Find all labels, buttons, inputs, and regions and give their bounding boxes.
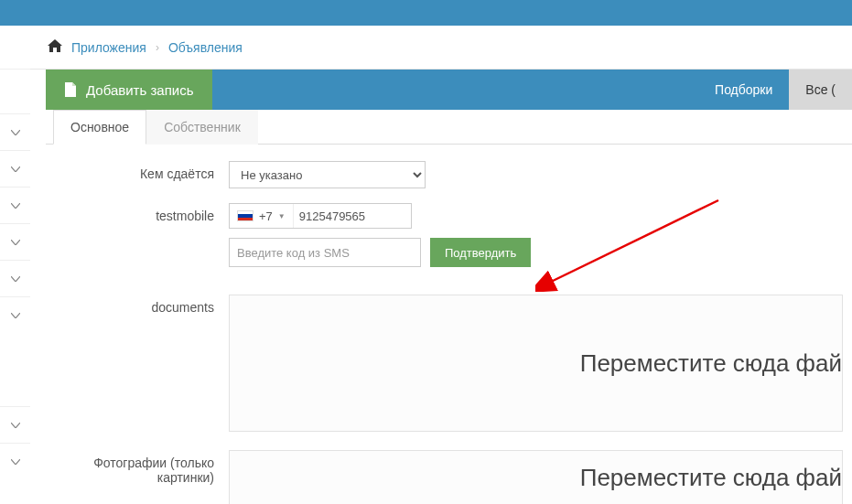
select-rented-by[interactable]: Не указано <box>229 161 426 188</box>
label-documents: documents <box>46 295 229 315</box>
header-all[interactable]: Все ( <box>789 70 852 110</box>
chevron-down-icon <box>11 166 20 172</box>
left-sidebar <box>0 26 30 504</box>
sidebar-collapse-8[interactable] <box>0 443 30 479</box>
chevron-down-icon <box>11 203 20 209</box>
top-bar <box>0 0 852 26</box>
breadcrumb: Приложения › Объявления <box>0 26 852 70</box>
photos-dropzone[interactable]: Переместите сюда фай <box>229 450 843 504</box>
home-icon[interactable] <box>48 39 62 56</box>
sidebar-collapse-3[interactable] <box>0 187 30 223</box>
sidebar-collapse-2[interactable] <box>0 150 30 187</box>
sidebar-collapse-7[interactable] <box>0 406 30 443</box>
phone-field: +7 ▼ <box>229 203 412 229</box>
documents-dropzone[interactable]: Переместите сюда фай <box>229 295 843 432</box>
caret-down-icon: ▼ <box>278 212 286 220</box>
confirm-button[interactable]: Подтвердить <box>430 238 531 267</box>
tab-main[interactable]: Основное <box>53 110 146 145</box>
chevron-down-icon <box>11 130 20 135</box>
chevron-down-icon <box>11 313 20 318</box>
header-selections[interactable]: Подборки <box>698 70 789 110</box>
label-testmobile: testmobile <box>46 203 229 223</box>
phone-input[interactable] <box>294 204 394 228</box>
tab-owner[interactable]: Собственник <box>146 110 258 145</box>
breadcrumb-ads[interactable]: Объявления <box>168 40 243 55</box>
breadcrumb-separator: › <box>156 41 159 54</box>
sms-code-input[interactable] <box>229 238 421 267</box>
chevron-down-icon <box>11 459 20 465</box>
file-icon <box>64 82 77 97</box>
tabs: Основное Собственник <box>46 110 852 145</box>
chevron-down-icon <box>11 423 20 428</box>
label-photos: Фотографии (только картинки) <box>46 450 229 485</box>
documents-dropzone-text: Переместите сюда фай <box>580 349 842 378</box>
flag-ru-icon <box>237 210 253 221</box>
photos-dropzone-text: Переместите сюда фай <box>580 464 842 492</box>
sidebar-collapse-6[interactable] <box>0 296 30 333</box>
label-rented-by: Кем сдаётся <box>46 161 229 181</box>
header-bar: Добавить запись Подборки Все ( <box>46 70 852 110</box>
add-record-label: Добавить запись <box>86 82 194 98</box>
chevron-down-icon <box>11 240 20 245</box>
add-record-button[interactable]: Добавить запись <box>46 70 212 110</box>
sidebar-collapse-4[interactable] <box>0 223 30 260</box>
phone-prefix-text: +7 <box>259 209 273 223</box>
sidebar-collapse-5[interactable] <box>0 260 30 296</box>
chevron-down-icon <box>11 276 20 282</box>
phone-country-selector[interactable]: +7 ▼ <box>230 204 294 228</box>
sidebar-collapse-1[interactable] <box>0 113 30 150</box>
breadcrumb-apps[interactable]: Приложения <box>71 40 146 55</box>
